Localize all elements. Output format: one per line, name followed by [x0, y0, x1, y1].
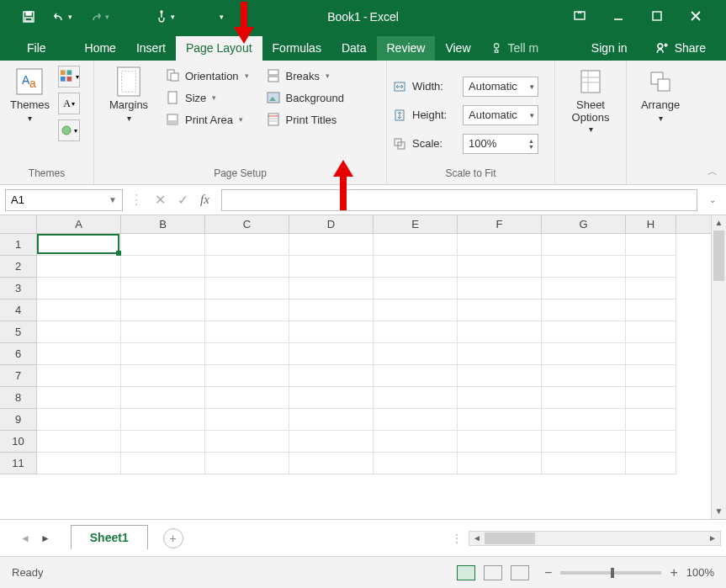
row-header[interactable]: 10 [0, 431, 37, 453]
cell[interactable] [37, 453, 121, 474]
cell[interactable] [626, 431, 676, 453]
new-sheet-button[interactable]: + [163, 528, 183, 548]
zoom-in-button[interactable]: + [670, 565, 677, 580]
fonts-button[interactable]: A▾ [58, 93, 80, 114]
row-header[interactable]: 6 [0, 343, 37, 365]
cell[interactable] [37, 409, 121, 431]
cell[interactable] [121, 409, 205, 431]
arrange-button[interactable]: Arrange▾ [636, 64, 685, 128]
cell[interactable] [542, 299, 626, 321]
column-header[interactable]: E [374, 215, 458, 233]
cell[interactable] [542, 387, 626, 409]
column-header[interactable]: D [289, 215, 374, 233]
cell[interactable] [542, 256, 626, 278]
cell[interactable] [37, 321, 121, 343]
zoom-level[interactable]: 100% [686, 566, 714, 579]
zoom-slider[interactable] [560, 571, 661, 575]
cell[interactable] [37, 256, 121, 278]
vertical-scrollbar[interactable]: ▲ ▼ [711, 215, 726, 519]
tab-insert[interactable]: Insert [126, 36, 176, 61]
cell[interactable] [205, 365, 289, 387]
cell[interactable] [458, 321, 542, 343]
cell[interactable] [289, 299, 374, 321]
orientation-button[interactable]: Orientation ▾ [162, 66, 252, 86]
insert-function-button[interactable]: fx [200, 193, 209, 207]
customize-qat-button[interactable]: ▾ [185, 8, 231, 26]
cell[interactable] [626, 343, 676, 365]
cell[interactable] [458, 343, 542, 365]
cell[interactable] [374, 234, 458, 256]
cell[interactable] [289, 365, 374, 387]
cell[interactable] [121, 453, 205, 474]
cell[interactable] [37, 278, 121, 299]
normal-view-button[interactable] [457, 565, 475, 580]
cell[interactable] [37, 431, 121, 453]
name-box[interactable]: A1 ▼ [5, 189, 123, 211]
collapse-ribbon-button[interactable]: ︿ [707, 165, 718, 179]
cell[interactable] [626, 453, 676, 474]
column-header[interactable]: F [458, 215, 542, 233]
cell[interactable] [458, 234, 542, 256]
minimize-button[interactable] [603, 4, 633, 30]
cell[interactable] [374, 256, 458, 278]
cell[interactable] [205, 453, 289, 474]
cell[interactable] [121, 234, 205, 256]
row-header[interactable]: 4 [0, 299, 37, 321]
cancel-formula-button[interactable]: ✕ [155, 192, 166, 208]
column-header[interactable]: H [626, 215, 676, 233]
cell[interactable] [205, 387, 289, 409]
cell[interactable] [121, 431, 205, 453]
cell[interactable] [542, 365, 626, 387]
cell[interactable] [626, 278, 676, 299]
cell[interactable] [542, 343, 626, 365]
cell[interactable] [205, 299, 289, 321]
page-break-view-button[interactable] [511, 565, 529, 580]
zoom-out-button[interactable]: − [544, 565, 552, 580]
row-header[interactable]: 8 [0, 387, 37, 409]
tab-page-layout[interactable]: Page Layout [176, 36, 262, 61]
cell[interactable] [374, 431, 458, 453]
cell[interactable] [205, 321, 289, 343]
column-header[interactable]: C [205, 215, 289, 233]
cell[interactable] [289, 321, 374, 343]
cell[interactable] [626, 256, 676, 278]
tab-home[interactable]: Home [75, 36, 126, 61]
row-header[interactable]: 2 [0, 256, 37, 278]
cell[interactable] [374, 365, 458, 387]
column-header[interactable]: G [542, 215, 626, 233]
cell[interactable] [626, 365, 676, 387]
sign-in-button[interactable]: Sign in [585, 36, 634, 60]
cell[interactable] [121, 387, 205, 409]
cell[interactable] [205, 343, 289, 365]
tab-split-handle[interactable]: ⋮ [445, 532, 469, 544]
cell[interactable] [542, 453, 626, 474]
background-button[interactable]: Background [262, 87, 347, 108]
cell[interactable] [205, 256, 289, 278]
cell[interactable] [542, 234, 626, 256]
cell[interactable] [205, 431, 289, 453]
cell[interactable] [205, 278, 289, 299]
touch-mode-button[interactable]: ▾ [148, 5, 182, 29]
redo-button[interactable]: ▾ [82, 5, 116, 29]
width-selector[interactable]: Automatic▾ [463, 77, 538, 97]
sheet-nav-next[interactable]: ► [40, 532, 50, 544]
cell[interactable] [458, 453, 542, 474]
row-header[interactable]: 9 [0, 409, 37, 431]
column-header[interactable]: A [37, 215, 121, 233]
size-button[interactable]: Size ▾ [162, 87, 252, 108]
cell[interactable] [542, 321, 626, 343]
cell[interactable] [374, 387, 458, 409]
cell[interactable] [626, 321, 676, 343]
cell[interactable] [458, 387, 542, 409]
scale-spinner[interactable]: 100%▲▼ [463, 134, 538, 154]
undo-button[interactable]: ▾ [45, 5, 79, 29]
cell[interactable] [626, 409, 676, 431]
row-header[interactable]: 11 [0, 453, 37, 474]
print-titles-button[interactable]: Print Titles [262, 109, 347, 130]
enter-formula-button[interactable]: ✓ [178, 192, 188, 208]
sheet-tab[interactable]: Sheet1 [71, 525, 148, 549]
cell[interactable] [542, 431, 626, 453]
cell[interactable] [626, 299, 676, 321]
cell[interactable] [626, 387, 676, 409]
tab-file[interactable]: File [17, 36, 56, 61]
